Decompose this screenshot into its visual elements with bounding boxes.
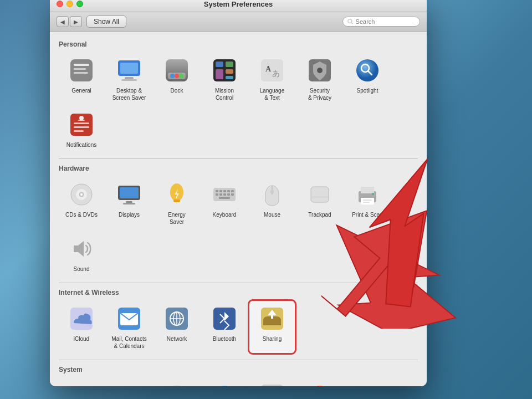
- spotlight-icon: [354, 57, 381, 84]
- pref-spotlight[interactable]: Spotlight: [345, 53, 390, 105]
- svg-point-13: [175, 74, 179, 78]
- pref-cds-label: CDs & DVDs: [65, 211, 98, 218]
- mail-icon: [116, 305, 142, 332]
- pref-language[interactable]: A あ Language& Text: [249, 53, 295, 105]
- svg-rect-5: [74, 72, 88, 74]
- search-input[interactable]: [356, 18, 415, 25]
- pref-date[interactable]: Date & Time: [154, 378, 200, 386]
- svg-rect-44: [173, 200, 180, 202]
- svg-rect-46: [216, 190, 218, 192]
- print-icon: [354, 181, 381, 208]
- svg-rect-41: [126, 201, 132, 203]
- svg-rect-9: [121, 79, 137, 81]
- minimize-button[interactable]: [66, 1, 73, 7]
- pref-keyboard[interactable]: Keyboard: [202, 177, 247, 229]
- divider-hardware: [59, 158, 418, 159]
- pref-dock[interactable]: Dock: [154, 53, 200, 105]
- timemachine-icon: [306, 382, 333, 386]
- svg-rect-31: [78, 120, 85, 121]
- pref-trackpad-label: Trackpad: [308, 211, 331, 218]
- system-preferences-window: System Preferences ◀ ▶ Show All Personal: [50, 0, 427, 386]
- svg-text:A: A: [265, 65, 272, 73]
- software-icon: [211, 382, 238, 386]
- pref-network[interactable]: Network: [154, 301, 200, 353]
- pref-displays-label: Displays: [119, 211, 140, 218]
- pref-energy[interactable]: EnergySaver: [154, 177, 200, 229]
- svg-rect-54: [227, 193, 230, 196]
- pref-security[interactable]: Security& Privacy: [297, 53, 342, 105]
- svg-rect-32: [74, 122, 89, 124]
- svg-rect-3: [74, 64, 89, 66]
- pref-desktop[interactable]: Desktop &Screen Saver: [106, 53, 152, 105]
- svg-point-30: [79, 116, 84, 120]
- energy-icon: [163, 181, 190, 208]
- pref-dictation[interactable]: Dictation& Speech: [249, 378, 295, 386]
- displays-icon: [116, 181, 142, 208]
- svg-point-66: [372, 193, 374, 195]
- pref-mouse[interactable]: Mouse: [249, 177, 295, 229]
- pref-timemachine[interactable]: TimeMachine: [297, 378, 342, 386]
- pref-sharing[interactable]: Sharing: [249, 301, 295, 353]
- divider-system: [59, 360, 418, 360]
- cds-icon: [68, 181, 95, 208]
- pref-network-label: Network: [167, 335, 187, 342]
- dock-icon: [163, 57, 190, 84]
- svg-rect-49: [227, 190, 230, 192]
- svg-rect-34: [74, 130, 84, 132]
- pref-bluetooth-label: Bluetooth: [213, 335, 236, 342]
- svg-rect-51: [216, 193, 218, 196]
- svg-point-25: [317, 68, 323, 73]
- svg-rect-87: [261, 385, 283, 386]
- pref-security-label: Security& Privacy: [308, 87, 331, 101]
- pref-general[interactable]: General: [59, 53, 104, 105]
- users-icon: [68, 382, 95, 386]
- pref-icloud[interactable]: iCloud: [59, 301, 104, 353]
- show-all-button[interactable]: Show All: [86, 16, 126, 28]
- maximize-button[interactable]: [76, 1, 83, 7]
- dictation-icon: [259, 382, 285, 386]
- pref-displays[interactable]: Displays: [106, 177, 152, 229]
- sound-icon: [68, 236, 95, 262]
- svg-rect-2: [70, 59, 93, 81]
- svg-point-86: [214, 386, 234, 386]
- svg-rect-55: [231, 193, 234, 196]
- svg-rect-4: [74, 68, 86, 70]
- section-personal-label: Personal: [59, 40, 418, 48]
- pref-mission[interactable]: MissionControl: [202, 53, 247, 105]
- pref-print[interactable]: Print & Scan: [345, 177, 390, 229]
- pref-bluetooth[interactable]: Bluetooth: [202, 301, 247, 353]
- svg-rect-42: [123, 203, 135, 204]
- pref-software[interactable]: SoftwareUpdate: [202, 378, 247, 386]
- back-button[interactable]: ◀: [57, 16, 69, 27]
- parental-icon: [116, 382, 142, 386]
- desktop-icon: [116, 57, 142, 84]
- svg-point-91: [310, 386, 330, 386]
- svg-rect-48: [223, 190, 226, 192]
- svg-rect-59: [311, 187, 329, 202]
- search-icon: [347, 18, 354, 25]
- svg-rect-52: [219, 193, 222, 196]
- sharing-icon: [259, 305, 285, 332]
- network-icon: [163, 305, 190, 332]
- pref-parental[interactable]: ParentalControls: [106, 378, 152, 386]
- pref-sound[interactable]: Sound: [59, 231, 104, 276]
- pref-trackpad[interactable]: Trackpad: [297, 177, 342, 229]
- pref-notifications[interactable]: Notifications: [59, 107, 104, 152]
- pref-mail[interactable]: Mail, Contacts& Calendars: [106, 301, 152, 353]
- pref-icloud-label: iCloud: [74, 335, 89, 342]
- forward-button[interactable]: ▶: [70, 16, 82, 27]
- svg-point-38: [80, 193, 83, 196]
- svg-text:あ: あ: [272, 69, 280, 78]
- pref-cds[interactable]: CDs & DVDs: [59, 177, 104, 229]
- pref-users[interactable]: Users &Groups: [59, 378, 104, 386]
- search-box[interactable]: [342, 17, 420, 27]
- pref-spotlight-label: Spotlight: [357, 87, 378, 94]
- svg-point-14: [179, 74, 183, 78]
- svg-rect-17: [226, 62, 233, 67]
- close-button[interactable]: [57, 1, 63, 7]
- svg-rect-19: [226, 69, 233, 74]
- svg-rect-7: [120, 63, 138, 74]
- divider-internet: [59, 283, 418, 283]
- nav-buttons: ◀ ▶: [57, 16, 82, 27]
- svg-rect-64: [363, 200, 372, 201]
